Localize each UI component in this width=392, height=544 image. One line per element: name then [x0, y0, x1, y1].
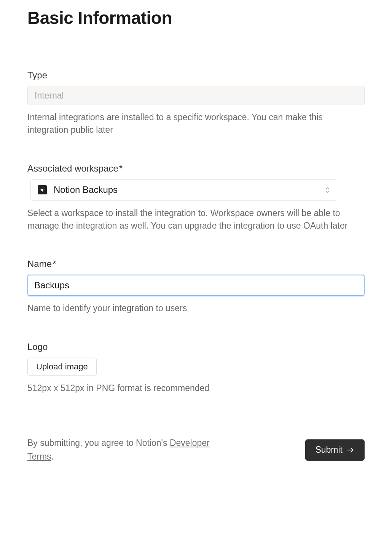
- arrow-right-icon: [346, 446, 355, 454]
- logo-help-text: 512px x 512px in PNG format is recommend…: [27, 382, 365, 394]
- logo-field-group: Logo Upload image 512px x 512px in PNG f…: [27, 342, 365, 394]
- workspace-label-text: Associated workspace: [27, 163, 118, 173]
- terms-text: By submitting, you agree to Notion's Dev…: [27, 436, 225, 463]
- name-input[interactable]: [27, 275, 365, 296]
- terms-prefix: By submitting, you agree to Notion's: [27, 438, 170, 448]
- submit-button[interactable]: Submit: [305, 439, 365, 461]
- type-input-disabled: Internal: [27, 86, 365, 105]
- footer-row: By submitting, you agree to Notion's Dev…: [27, 436, 365, 463]
- required-marker: *: [119, 163, 123, 173]
- upload-image-button[interactable]: Upload image: [27, 358, 97, 376]
- type-field-group: Type Internal Internal integrations are …: [27, 70, 365, 137]
- submit-label: Submit: [315, 445, 343, 455]
- workspace-label: Associated workspace*: [27, 163, 365, 174]
- svg-point-0: [41, 189, 43, 191]
- workspace-icon: [38, 185, 47, 194]
- chevron-up-down-icon: [325, 187, 330, 193]
- workspace-selected-value: Notion Backups: [54, 185, 118, 195]
- terms-suffix: .: [51, 452, 54, 461]
- logo-label: Logo: [27, 342, 365, 352]
- workspace-select-content: Notion Backups: [38, 185, 118, 195]
- required-marker: *: [53, 259, 56, 269]
- name-label: Name*: [27, 259, 365, 269]
- name-help-text: Name to identify your integration to use…: [27, 302, 365, 315]
- workspace-help-text: Select a workspace to install the integr…: [27, 207, 365, 232]
- name-field-group: Name* Name to identify your integration …: [27, 259, 365, 315]
- page-title: Basic Information: [27, 8, 365, 28]
- type-value: Internal: [35, 91, 64, 101]
- name-label-text: Name: [27, 259, 52, 269]
- type-label: Type: [27, 70, 365, 81]
- workspace-select[interactable]: Notion Backups: [30, 179, 337, 201]
- type-help-text: Internal integrations are installed to a…: [27, 111, 365, 137]
- workspace-field-group: Associated workspace* Notion Backups Sel…: [27, 163, 365, 232]
